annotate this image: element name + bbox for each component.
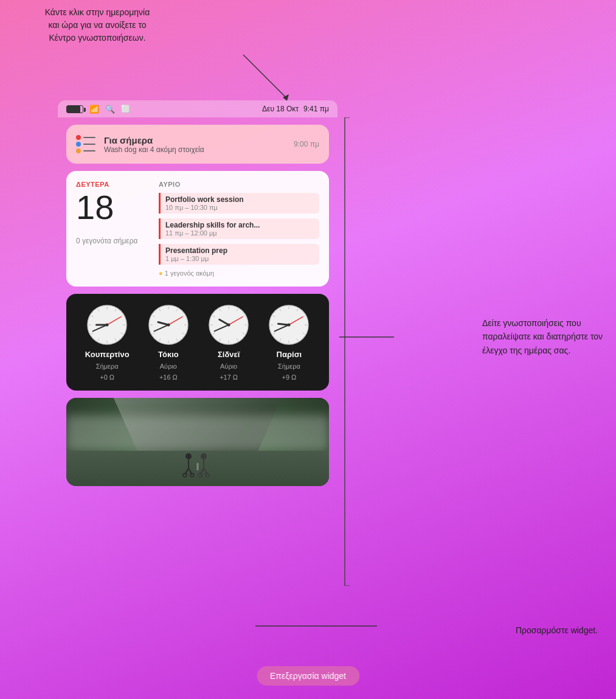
calendar-event-item: Portfolio work session10 πμ – 10:30 πμ bbox=[159, 193, 319, 214]
clock-city-day: Σήμερα bbox=[96, 363, 119, 370]
clock-city-name: Τόκιο bbox=[158, 350, 179, 359]
calendar-events: Portfolio work session10 πμ – 10:30 πμLe… bbox=[159, 193, 319, 265]
clocks-container: ΚουπερτίνοΣήμερα+0 ΩΤόκιοΑύριο+16 ΩΣίδνε… bbox=[76, 304, 319, 381]
analog-clock-svg bbox=[268, 304, 310, 346]
reminders-icon bbox=[76, 133, 98, 155]
menubar-datetime[interactable]: Δευ 18 Οκτ 9:41 πμ bbox=[262, 105, 329, 113]
clock-city-offset: +17 Ω bbox=[220, 374, 238, 381]
analog-clock-svg bbox=[86, 304, 128, 346]
clock-city: ΣίδνεϊΑύριο+17 Ω bbox=[207, 304, 250, 381]
analog-clock-svg bbox=[147, 304, 190, 346]
clock-widget[interactable]: ΚουπερτίνοΣήμερα+0 ΩΤόκιοΑύριο+16 ΩΣίδνε… bbox=[66, 294, 329, 391]
svg-point-73 bbox=[185, 453, 192, 459]
svg-point-55 bbox=[227, 324, 230, 327]
battery-icon bbox=[66, 105, 83, 113]
calendar-left: ΔΕΥΤΕΡΑ 18 0 γεγονότα σήμερα bbox=[76, 181, 149, 277]
cyclists-svg bbox=[176, 447, 225, 478]
clock-city-offset: +9 Ω bbox=[282, 374, 296, 381]
calendar-event-item: Leadership skills for arch...11 πμ – 12:… bbox=[159, 218, 319, 239]
wifi-icon: 📶 bbox=[89, 105, 99, 114]
annotation-right: Δείτε γνωστοποιήσεις που παραλείψατε και… bbox=[482, 316, 604, 357]
fog bbox=[66, 416, 329, 451]
calendar-date: 18 bbox=[76, 190, 149, 224]
svg-point-72 bbox=[288, 324, 291, 327]
calendar-more-events: ● 1 γεγονός ακόμη bbox=[159, 270, 319, 277]
annotation-bottom: Προσαρμόστε widget. bbox=[516, 625, 598, 635]
svg-point-21 bbox=[106, 324, 109, 327]
search-icon: 🔍 bbox=[105, 105, 115, 114]
calendar-widget[interactable]: ΔΕΥΤΕΡΑ 18 0 γεγονότα σήμερα ΑΥΡΙΟ Portf… bbox=[66, 171, 329, 287]
clock-city-name: Παρίσι bbox=[277, 350, 302, 359]
clock-city: ΠαρίσιΣήμερα+9 Ω bbox=[268, 304, 310, 381]
clock-city-name: Κουπερτίνο bbox=[85, 350, 130, 359]
clock-city-offset: +16 Ω bbox=[159, 374, 178, 381]
annotation-top: Κάντε κλικ στην ημερομηνία και ώρα για ν… bbox=[30, 6, 164, 44]
arrow-bottom bbox=[255, 620, 377, 632]
reminders-left: Για σήμερα Wash dog και 4 ακόμη στοιχεία bbox=[76, 133, 204, 155]
menubar-left: 📶 🔍 ⬜ bbox=[66, 105, 130, 114]
photo-widget[interactable] bbox=[66, 398, 329, 486]
svg-point-79 bbox=[201, 453, 207, 459]
photo-scene bbox=[66, 398, 329, 486]
clock-city-day: Αύριο bbox=[220, 363, 237, 370]
notification-center: Για σήμερα Wash dog και 4 ακόμη στοιχεία… bbox=[58, 117, 337, 650]
reminders-subtitle: Wash dog και 4 ακόμη στοιχεία bbox=[104, 145, 204, 154]
svg-line-0 bbox=[243, 55, 286, 97]
menubar-date: Δευ 18 Οκτ bbox=[262, 105, 299, 113]
svg-point-38 bbox=[167, 324, 170, 327]
bracket-line bbox=[337, 117, 353, 586]
reminders-time: 9:00 πμ bbox=[294, 140, 319, 148]
edit-widget-button[interactable]: Επεξεργασία widget bbox=[257, 666, 359, 686]
calendar-tomorrow-label: ΑΥΡΙΟ bbox=[159, 181, 319, 188]
screen-mirroring-icon: ⬜ bbox=[121, 105, 130, 113]
clock-city-day: Σήμερα bbox=[278, 363, 300, 370]
clock-city: ΤόκιοΑύριο+16 Ω bbox=[147, 304, 190, 381]
calendar-right: ΑΥΡΙΟ Portfolio work session10 πμ – 10:3… bbox=[159, 181, 319, 277]
clock-city-day: Αύριο bbox=[160, 363, 177, 370]
reminders-widget[interactable]: Για σήμερα Wash dog και 4 ακόμη στοιχεία… bbox=[66, 125, 329, 164]
calendar-events-count: 0 γεγονότα σήμερα bbox=[76, 237, 149, 245]
analog-clock-svg bbox=[207, 304, 250, 346]
reminders-text: Για σήμερα Wash dog και 4 ακόμη στοιχεία bbox=[104, 135, 204, 154]
clock-city-offset: +0 Ω bbox=[100, 374, 114, 381]
arrow-top bbox=[146, 55, 298, 103]
clock-city-name: Σίδνεϊ bbox=[218, 350, 240, 359]
menubar: 📶 🔍 ⬜ Δευ 18 Οκτ 9:41 πμ bbox=[58, 100, 337, 117]
svg-line-69 bbox=[279, 324, 289, 325]
clock-city: ΚουπερτίνοΣήμερα+0 Ω bbox=[85, 304, 130, 381]
reminders-title: Για σήμερα bbox=[104, 135, 204, 145]
menubar-time: 9:41 πμ bbox=[303, 105, 329, 113]
arrow-right bbox=[339, 336, 400, 338]
calendar-day-label: ΔΕΥΤΕΡΑ bbox=[76, 181, 149, 188]
calendar-event-item: Presentation prep1 μμ – 1:30 μμ bbox=[159, 244, 319, 265]
